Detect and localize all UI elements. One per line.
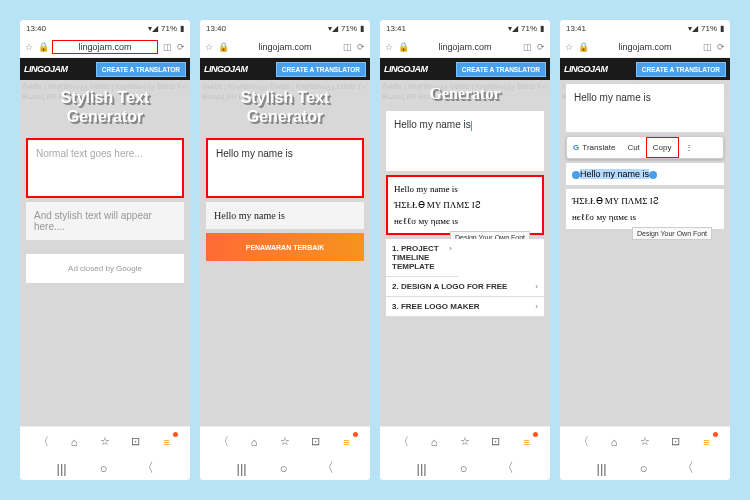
home-icon[interactable]: ⌂ bbox=[246, 434, 262, 450]
selection-handle-left[interactable] bbox=[572, 171, 580, 179]
create-translator-button[interactable]: CREATE A TRANSLATOR bbox=[636, 62, 726, 77]
tabs-icon[interactable]: ⊡ bbox=[128, 434, 144, 450]
ad-link-row[interactable]: 2. DESIGN A LOGO FOR FREE› bbox=[386, 277, 544, 297]
signal-icon: ▾◢ bbox=[508, 24, 518, 33]
back-icon[interactable]: 〈 bbox=[575, 434, 591, 450]
bookmark-icon[interactable]: ☆ bbox=[97, 434, 113, 450]
copy-menu-item[interactable]: Copy bbox=[646, 137, 679, 158]
back-button[interactable]: 〈 bbox=[321, 459, 334, 477]
recent-apps-button[interactable]: ||| bbox=[597, 461, 607, 476]
result-line[interactable]: Hello my name is bbox=[392, 181, 538, 197]
status-bar: 13:41 ▾◢ 71% ▮ bbox=[560, 20, 730, 36]
chevron-right-icon: › bbox=[535, 282, 538, 291]
site-header: LINGOJAM CREATE A TRANSLATOR bbox=[560, 58, 730, 80]
input-textarea[interactable]: Hello my name is bbox=[206, 138, 364, 198]
recent-apps-button[interactable]: ||| bbox=[237, 461, 247, 476]
translate-icon[interactable]: ◫ bbox=[342, 42, 352, 52]
site-logo[interactable]: LINGOJAM bbox=[204, 64, 248, 74]
bookmark-icon[interactable]: ☆ bbox=[277, 434, 293, 450]
bookmark-icon[interactable]: ☆ bbox=[457, 434, 473, 450]
back-icon[interactable]: 〈 bbox=[35, 434, 51, 450]
tabs-icon[interactable]: ⊡ bbox=[668, 434, 684, 450]
battery-icon: ▮ bbox=[360, 24, 364, 33]
lock-icon: 🔒 bbox=[578, 42, 588, 52]
browser-url-bar[interactable]: ☆ 🔒 lingojam.com ◫ ⟳ bbox=[380, 36, 550, 58]
translate-icon[interactable]: ◫ bbox=[522, 42, 532, 52]
url-text[interactable]: lingojam.com bbox=[592, 42, 698, 52]
star-icon[interactable]: ☆ bbox=[384, 42, 394, 52]
back-button[interactable]: 〈 bbox=[681, 459, 694, 477]
menu-icon[interactable]: ≡ bbox=[519, 434, 535, 450]
result-line[interactable]: нєℓℓσ му ηαмє ιѕ bbox=[570, 209, 720, 225]
tabs-icon[interactable]: ⊡ bbox=[488, 434, 504, 450]
status-bar: 13:40 ▾◢ 71% ▮ bbox=[20, 20, 190, 36]
url-text[interactable]: lingojam.com bbox=[52, 40, 158, 54]
create-translator-button[interactable]: CREATE A TRANSLATOR bbox=[456, 62, 546, 77]
sponsored-list: 1. PROJECT TIMELINE TEMPLATE› 2. DESIGN … bbox=[386, 239, 544, 317]
design-font-button[interactable]: Design Your Own Font bbox=[632, 227, 712, 240]
input-textarea[interactable]: Hello my name is bbox=[386, 111, 544, 171]
battery-pct: 71% bbox=[701, 24, 717, 33]
result-line[interactable]: нєℓℓσ му ηαмє ιѕ bbox=[392, 213, 538, 229]
url-text[interactable]: lingojam.com bbox=[232, 42, 338, 52]
home-icon[interactable]: ⌂ bbox=[606, 434, 622, 450]
site-logo[interactable]: LINGOJAM bbox=[384, 64, 428, 74]
recent-apps-button[interactable]: ||| bbox=[417, 461, 427, 476]
star-icon[interactable]: ☆ bbox=[564, 42, 574, 52]
menu-icon[interactable]: ≡ bbox=[159, 434, 175, 450]
star-icon[interactable]: ☆ bbox=[24, 42, 34, 52]
ad-link-row[interactable]: 1. PROJECT TIMELINE TEMPLATE› bbox=[386, 239, 458, 277]
input-textarea[interactable]: Hello my name is bbox=[566, 84, 724, 132]
status-time: 13:41 bbox=[386, 24, 406, 33]
selected-result[interactable]: Hello my name is bbox=[566, 163, 724, 185]
home-button[interactable]: ○ bbox=[640, 461, 648, 476]
menu-icon[interactable]: ≡ bbox=[339, 434, 355, 450]
bookmark-icon[interactable]: ☆ bbox=[637, 434, 653, 450]
translate-icon[interactable]: ◫ bbox=[162, 42, 172, 52]
back-button[interactable]: 〈 bbox=[141, 459, 154, 477]
lock-icon: 🔒 bbox=[398, 42, 408, 52]
menu-icon[interactable]: ≡ bbox=[699, 434, 715, 450]
home-button[interactable]: ○ bbox=[460, 461, 468, 476]
result-line[interactable]: ΉΣŁŁӨ MY ПΛMΣ IƧ bbox=[392, 197, 538, 213]
phone-screenshot-3: 13:41 ▾◢ 71% ▮ ☆ 🔒 lingojam.com ◫ ⟳ LING… bbox=[380, 20, 550, 480]
translate-menu-item[interactable]: G Translate bbox=[567, 138, 621, 157]
recent-apps-button[interactable]: ||| bbox=[57, 461, 67, 476]
cut-menu-item[interactable]: Cut bbox=[621, 138, 645, 157]
url-text[interactable]: lingojam.com bbox=[412, 42, 518, 52]
translate-icon[interactable]: ◫ bbox=[702, 42, 712, 52]
more-menu-icon[interactable]: ⋮ bbox=[679, 138, 699, 157]
browser-url-bar[interactable]: ☆ 🔒 lingojam.com ◫ ⟳ bbox=[200, 36, 370, 58]
status-time: 13:40 bbox=[26, 24, 46, 33]
battery-icon: ▮ bbox=[180, 24, 184, 33]
back-icon[interactable]: 〈 bbox=[395, 434, 411, 450]
result-line[interactable]: ΉΣŁŁӨ MY ПΛMΣ IƧ bbox=[570, 193, 720, 209]
refresh-icon[interactable]: ⟳ bbox=[176, 42, 186, 52]
home-icon[interactable]: ⌂ bbox=[66, 434, 82, 450]
home-button[interactable]: ○ bbox=[100, 461, 108, 476]
home-button[interactable]: ○ bbox=[280, 461, 288, 476]
site-header: LINGOJAM CREATE A TRANSLATOR bbox=[200, 58, 370, 80]
tabs-icon[interactable]: ⊡ bbox=[308, 434, 324, 450]
phone-screenshot-4: 13:41 ▾◢ 71% ▮ ☆ 🔒 lingojam.com ◫ ⟳ LING… bbox=[560, 20, 730, 480]
ad-link-row[interactable]: 3. FREE LOGO MAKER› bbox=[386, 297, 544, 317]
refresh-icon[interactable]: ⟳ bbox=[356, 42, 366, 52]
create-translator-button[interactable]: CREATE A TRANSLATOR bbox=[96, 62, 186, 77]
back-icon[interactable]: 〈 bbox=[215, 434, 231, 450]
browser-url-bar[interactable]: ☆ 🔒 lingojam.com ◫ ⟳ bbox=[20, 36, 190, 58]
ad-banner[interactable]: PENAWARAN TERBAIK bbox=[206, 233, 364, 261]
output-result[interactable]: Hello my name is bbox=[206, 202, 364, 229]
browser-url-bar[interactable]: ☆ 🔒 lingojam.com ◫ ⟳ bbox=[560, 36, 730, 58]
site-logo[interactable]: LINGOJAM bbox=[564, 64, 608, 74]
status-bar: 13:41 ▾◢ 71% ▮ bbox=[380, 20, 550, 36]
site-logo[interactable]: LINGOJAM bbox=[24, 64, 68, 74]
selection-handle-right[interactable] bbox=[649, 171, 657, 179]
back-button[interactable]: 〈 bbox=[501, 459, 514, 477]
create-translator-button[interactable]: CREATE A TRANSLATOR bbox=[276, 62, 366, 77]
refresh-icon[interactable]: ⟳ bbox=[536, 42, 546, 52]
star-icon[interactable]: ☆ bbox=[204, 42, 214, 52]
page-content: ©vkBs | KhჯfIBhvაჳკ ©vkBs | KhჯfIBhvაჳკ … bbox=[560, 80, 730, 426]
input-textarea[interactable]: Normal text goes here... bbox=[26, 138, 184, 198]
refresh-icon[interactable]: ⟳ bbox=[716, 42, 726, 52]
home-icon[interactable]: ⌂ bbox=[426, 434, 442, 450]
